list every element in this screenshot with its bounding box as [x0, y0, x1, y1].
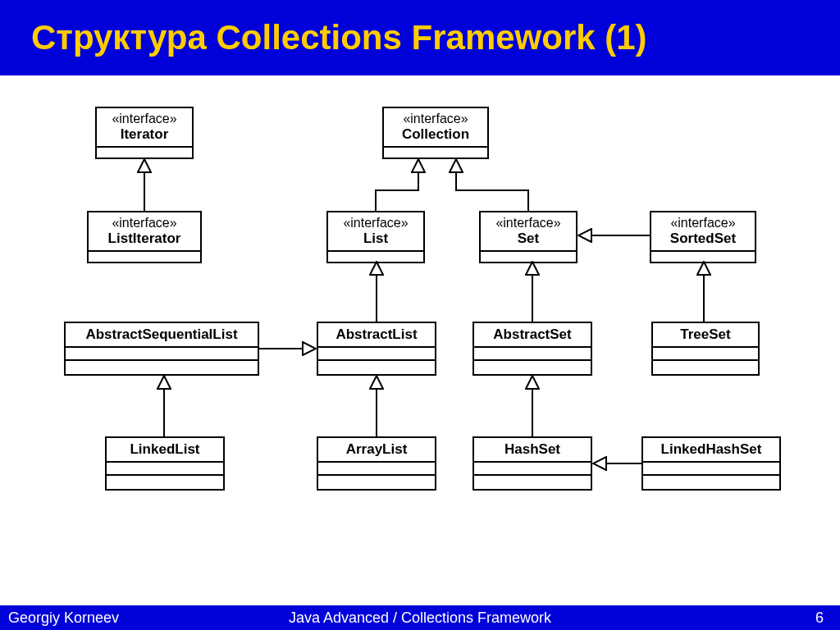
- uml-abstractlist: AbstractList: [317, 322, 436, 376]
- uml-abstractset: AbstractSet: [472, 322, 592, 376]
- uml-listiterator: «interface»ListIterator: [87, 211, 202, 263]
- uml-set: «interface»Set: [479, 211, 578, 263]
- uml-arraylist: ArrayList: [317, 436, 436, 491]
- uml-sortedset: «interface»SortedSet: [650, 211, 756, 263]
- slide-title: Структура Collections Framework (1): [31, 18, 647, 57]
- footer-author: Georgiy Korneev: [8, 609, 119, 627]
- diagram-canvas: «interface»Iterator «interface»Collectio…: [0, 75, 840, 605]
- footer-course: Java Advanced / Collections Framework: [0, 609, 840, 627]
- uml-hashset: HashSet: [472, 436, 592, 491]
- slide-header: Структура Collections Framework (1): [0, 0, 840, 75]
- uml-iterator: «interface»Iterator: [95, 107, 194, 159]
- uml-collection: «interface»Collection: [382, 107, 489, 159]
- uml-absseqlist: AbstractSequentialList: [64, 322, 259, 376]
- uml-linkedlist: LinkedList: [105, 436, 225, 491]
- uml-list: «interface»List: [326, 211, 425, 263]
- slide-footer: Georgiy Korneev Java Advanced / Collecti…: [0, 605, 840, 630]
- uml-linkedhashset: LinkedHashSet: [641, 436, 781, 491]
- footer-page: 6: [815, 609, 824, 627]
- uml-treeset: TreeSet: [651, 322, 760, 376]
